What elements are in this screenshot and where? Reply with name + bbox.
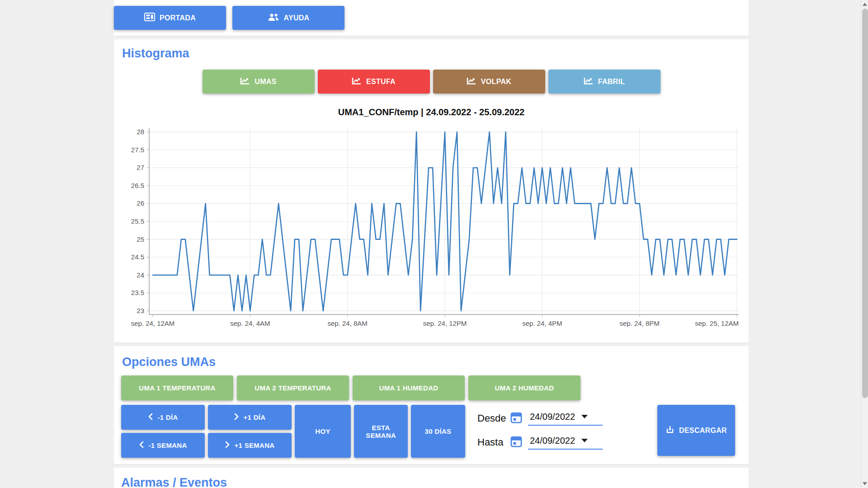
download-icon: [665, 425, 675, 436]
uma1-temperatura-button[interactable]: UMA 1 TEMPERATURA: [121, 375, 233, 400]
people-icon: [268, 13, 279, 23]
uma2-temperatura-label: UMA 2 TEMPERATURA: [255, 384, 331, 392]
fabril-dataset-button[interactable]: FABRIL: [548, 70, 660, 94]
chevron-left-icon: [139, 441, 144, 450]
umas-dataset-button[interactable]: UMAS: [203, 70, 315, 94]
uma2-humedad-label: UMA 2 HUMEDAD: [495, 384, 554, 392]
date-to-field[interactable]: 24/09/2022: [528, 436, 603, 450]
hoy-label: HOY: [315, 427, 330, 435]
opciones-umas-section: Opciones UMAs UMA 1 TEMPERATURA UMA 2 TE…: [114, 346, 749, 464]
date-range-block: Desde 24/09/2022 Hasta: [477, 405, 603, 456]
chart-line-icon: [352, 76, 362, 87]
descargar-button[interactable]: DESCARGAR: [657, 405, 735, 456]
minus-one-day-button[interactable]: -1 DÍA: [121, 405, 205, 430]
page-content: PORTADA AYUDA Histograma UMAS: [114, 0, 749, 488]
scrollbar-down-arrow-icon[interactable]: [863, 482, 867, 485]
date-from-field[interactable]: 24/09/2022: [528, 412, 603, 426]
date-navigation-row: -1 DÍA -1 SEMANA +1 DÍA +1 SEMANA HOY: [121, 405, 741, 458]
chevron-right-icon: [225, 441, 230, 450]
volpak-button-label: VOLPAK: [481, 78, 511, 86]
chart-canvas: 2323.52424.52525.52626.52727.528sep. 24,…: [121, 123, 741, 335]
histogram-line-chart: 2323.52424.52525.52626.52727.528sep. 24,…: [121, 123, 741, 337]
esta-semana-label: ESTA SEMANA: [357, 424, 405, 439]
chevron-left-icon: [148, 413, 153, 422]
svg-text:28: 28: [137, 128, 144, 136]
svg-text:26: 26: [137, 199, 144, 207]
svg-text:sep. 24, 4PM: sep. 24, 4PM: [522, 319, 562, 327]
svg-text:25: 25: [137, 235, 144, 243]
minus-one-week-label: -1 SEMANA: [148, 441, 187, 449]
svg-text:sep. 24, 8PM: sep. 24, 8PM: [619, 319, 659, 327]
svg-text:sep. 24, 12PM: sep. 24, 12PM: [423, 319, 467, 327]
nav-col-back: -1 DÍA -1 SEMANA: [121, 405, 205, 458]
svg-text:27: 27: [137, 164, 144, 171]
plus-one-week-label: +1 SEMANA: [235, 441, 275, 449]
svg-text:23.5: 23.5: [131, 289, 144, 296]
svg-text:sep. 24, 4AM: sep. 24, 4AM: [230, 319, 270, 327]
svg-text:23: 23: [137, 307, 144, 314]
histogram-section: Histograma UMAS ESTUFA VOLPAK FABRIL UMA…: [114, 39, 749, 343]
uma1-humedad-label: UMA 1 HUMEDAD: [379, 384, 439, 392]
chart-title: UMA1_CONF/temp | 24.09.2022 - 25.09.2022: [121, 107, 741, 117]
top-navigation-bar: PORTADA AYUDA: [114, 0, 749, 36]
caret-down-icon: [581, 439, 588, 442]
browser-scrollbar[interactable]: [861, 0, 868, 488]
scrollbar-up-arrow-icon[interactable]: [863, 3, 867, 6]
alarmas-heading: Alarmas / Eventos: [121, 476, 741, 488]
svg-text:25.5: 25.5: [131, 217, 144, 225]
treinta-dias-label: 30 DÍAS: [425, 427, 452, 435]
date-from-row: Desde 24/09/2022: [477, 408, 603, 428]
uma2-humedad-button[interactable]: UMA 2 HUMEDAD: [468, 375, 580, 400]
ayuda-button-label: AYUDA: [284, 14, 310, 22]
chart-line-icon: [240, 76, 250, 87]
estufa-button-label: ESTUFA: [366, 78, 396, 86]
uma-sensor-button-row: UMA 1 TEMPERATURA UMA 2 TEMPERATURA UMA …: [121, 375, 741, 400]
window-icon: [144, 13, 155, 23]
scrollbar-thumb[interactable]: [862, 9, 868, 398]
portada-button-label: PORTADA: [160, 14, 196, 22]
plus-one-week-button[interactable]: +1 SEMANA: [208, 433, 292, 458]
chevron-right-icon: [234, 413, 239, 422]
date-from-value: 24/09/2022: [530, 412, 575, 422]
calendar-icon[interactable]: [510, 435, 523, 450]
hasta-label: Hasta: [477, 436, 510, 448]
minus-one-day-label: -1 DÍA: [157, 413, 178, 421]
treinta-dias-button[interactable]: 30 DÍAS: [411, 405, 465, 458]
alarmas-eventos-section: Alarmas / Eventos: [114, 468, 749, 488]
opciones-heading: Opciones UMAs: [122, 355, 741, 369]
svg-text:26.5: 26.5: [131, 182, 144, 189]
caret-down-icon: [581, 415, 588, 418]
histogram-heading: Histograma: [122, 47, 741, 61]
svg-text:sep. 25, 12AM: sep. 25, 12AM: [695, 319, 739, 327]
dataset-button-row: UMAS ESTUFA VOLPAK FABRIL: [121, 70, 741, 94]
portada-button[interactable]: PORTADA: [114, 6, 226, 30]
desde-label: Desde: [477, 413, 510, 424]
svg-text:sep. 24, 12AM: sep. 24, 12AM: [131, 319, 175, 327]
svg-text:27.5: 27.5: [131, 146, 144, 154]
uma2-temperatura-button[interactable]: UMA 2 TEMPERATURA: [237, 375, 349, 400]
svg-text:sep. 24, 8AM: sep. 24, 8AM: [327, 319, 367, 327]
chart-line-icon: [584, 76, 594, 87]
minus-one-week-button[interactable]: -1 SEMANA: [121, 433, 205, 458]
date-to-value: 24/09/2022: [530, 436, 575, 446]
chart-line-icon: [467, 76, 476, 87]
date-to-row: Hasta 24/09/2022: [477, 432, 603, 452]
svg-text:24: 24: [137, 271, 144, 279]
svg-text:24.5: 24.5: [131, 253, 144, 261]
uma1-humedad-button[interactable]: UMA 1 HUMEDAD: [353, 375, 465, 400]
uma1-temperatura-label: UMA 1 TEMPERATURA: [139, 384, 215, 392]
fabril-button-label: FABRIL: [598, 78, 625, 86]
plus-one-day-label: +1 DÍA: [244, 413, 266, 421]
hoy-button[interactable]: HOY: [295, 405, 351, 458]
esta-semana-button[interactable]: ESTA SEMANA: [354, 405, 408, 458]
ayuda-button[interactable]: AYUDA: [232, 6, 344, 30]
calendar-icon[interactable]: [510, 411, 523, 426]
estufa-dataset-button[interactable]: ESTUFA: [318, 70, 430, 94]
plus-one-day-button[interactable]: +1 DÍA: [208, 405, 292, 430]
umas-button-label: UMAS: [255, 78, 276, 86]
descargar-label: DESCARGAR: [679, 427, 727, 435]
nav-col-forward: +1 DÍA +1 SEMANA: [208, 405, 292, 458]
volpak-dataset-button[interactable]: VOLPAK: [433, 70, 545, 94]
